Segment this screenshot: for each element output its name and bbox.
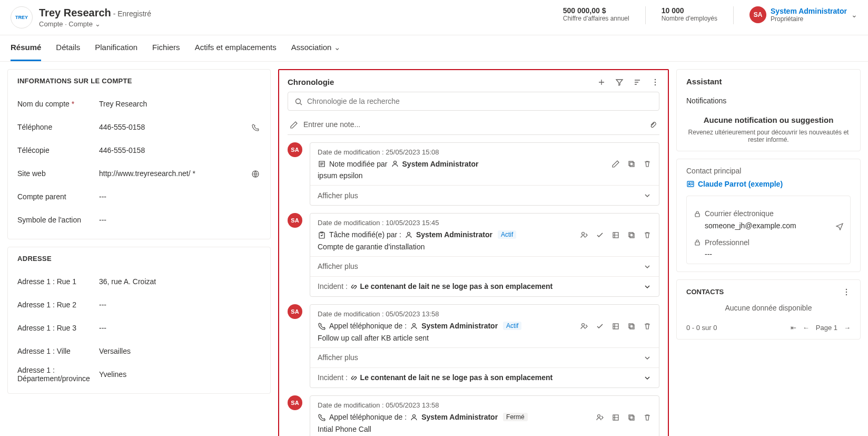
delete-icon[interactable]: [643, 321, 652, 330]
tab-details[interactable]: Détails: [56, 35, 80, 61]
professional-label-row: Professionnel: [693, 238, 844, 247]
field-city[interactable]: Adresse 1 : Ville Versailles: [17, 340, 261, 363]
delete-icon[interactable]: [643, 159, 652, 168]
sort-icon[interactable]: [633, 77, 642, 86]
owner-avatar: SA: [749, 6, 766, 23]
activity-type-icon: [318, 230, 326, 239]
lock-icon: [693, 238, 702, 247]
note-input-row[interactable]: Entrer une note...: [288, 116, 659, 135]
activity-type-icon: [318, 412, 326, 421]
svg-point-20: [598, 414, 600, 417]
field-street2[interactable]: Adresse 1 : Rue 2 ---: [17, 293, 261, 316]
copy-icon[interactable]: [627, 412, 636, 421]
page-label: Page 1: [816, 324, 837, 332]
field-account-name[interactable]: Nom du compte* Trey Research: [17, 92, 261, 115]
email-value-row[interactable]: someone_jh@example.com: [693, 221, 844, 230]
primary-contact-link[interactable]: Claude Parrot (exemple): [686, 179, 851, 188]
check-icon[interactable]: [596, 230, 604, 239]
revenue-label: Chiffre d'affaires annuel: [563, 15, 629, 22]
copy-icon[interactable]: [627, 159, 636, 168]
copy-icon[interactable]: [627, 321, 636, 330]
tab-planning[interactable]: Planification: [95, 35, 137, 61]
svg-rect-24: [687, 181, 694, 187]
contact-details: Courrier électronique someone_jh@example…: [686, 196, 851, 264]
incident-row[interactable]: Incident : Le contenant de lait ne se lo…: [310, 276, 659, 296]
saved-status: - Enregistré: [113, 9, 151, 18]
assign-icon[interactable]: [580, 230, 588, 239]
status-badge: Fermé: [503, 413, 528, 421]
more-icon[interactable]: [651, 77, 659, 86]
assign-icon[interactable]: [580, 321, 588, 330]
send-icon[interactable]: [835, 221, 844, 230]
svg-point-4: [296, 99, 301, 103]
field-website[interactable]: Site web http://www.treyresearch.net/ *: [17, 162, 261, 185]
prev-page-icon[interactable]: ←: [803, 324, 810, 332]
tab-files[interactable]: Fichiers: [152, 35, 180, 61]
svg-rect-6: [630, 162, 634, 167]
field-phone[interactable]: Téléphone 446-555-0158: [17, 115, 261, 139]
tab-assets[interactable]: Actifs et emplacements: [195, 35, 277, 61]
item-description: ipsum epsilon: [318, 171, 652, 180]
chevron-down-icon: [643, 282, 652, 291]
main-content: INFORMATIONS SUR LE COMPTE Nom du compte…: [0, 62, 868, 436]
field-street3[interactable]: Adresse 1 : Rue 3 ---: [17, 316, 261, 340]
delete-icon[interactable]: [643, 230, 652, 239]
open-icon[interactable]: [611, 230, 620, 239]
attachment-icon[interactable]: [649, 120, 657, 129]
timeline-search[interactable]: [288, 92, 659, 110]
timeline-item: SA Date de modification : 25/05/2023 15:…: [288, 142, 659, 206]
revenue-metric: 500 000,00 $ Chiffre d'affaires annuel: [563, 6, 629, 22]
open-icon[interactable]: [611, 321, 620, 330]
assign-icon[interactable]: [596, 412, 604, 421]
svg-rect-17: [630, 325, 634, 329]
first-page-icon[interactable]: ⇤: [791, 324, 796, 332]
show-more-row[interactable]: Afficher plus: [310, 185, 659, 205]
item-description: Follow up call after KB article sent: [318, 334, 652, 342]
status-badge: Actif: [503, 322, 521, 330]
check-icon[interactable]: [596, 321, 604, 330]
filter-icon[interactable]: [615, 77, 624, 86]
globe-icon[interactable]: [251, 169, 261, 178]
svg-point-3: [655, 84, 656, 85]
assistant-title: Assistant: [686, 77, 851, 86]
incident-row[interactable]: Incident : Le contenant de lait ne se lo…: [310, 367, 659, 387]
edit-icon[interactable]: [611, 159, 620, 168]
owner-block[interactable]: SA System Administrator Propriétaire ⌄: [749, 6, 857, 23]
tab-association[interactable]: Association ⌄: [291, 35, 341, 61]
svg-point-15: [582, 323, 585, 326]
contacts-list-card: CONTACTS Aucune donnée disponible 0 - 0 …: [676, 279, 861, 340]
header-right: 500 000,00 $ Chiffre d'affaires annuel 1…: [563, 6, 857, 24]
item-date: Date de modification : 05/05/2023 13:58: [318, 310, 652, 318]
item-actions: [596, 412, 652, 421]
status-badge: Actif: [498, 230, 516, 239]
field-street1[interactable]: Adresse 1 : Rue 1 36, rue A. Croizat: [17, 270, 261, 293]
chevron-down-icon: ⌄: [95, 20, 101, 28]
item-author: System Administrator: [416, 230, 492, 239]
tab-resume[interactable]: Résumé: [11, 35, 41, 61]
field-state[interactable]: Adresse 1 : Département/province Yveline…: [17, 363, 261, 386]
timeline-item-body: Date de modification : 05/05/2023 13:58 …: [310, 395, 659, 436]
more-icon[interactable]: [842, 287, 851, 296]
assistant-card: Assistant Notifications Aucune notificat…: [676, 69, 861, 151]
timeline-search-input[interactable]: [307, 97, 653, 105]
svg-rect-13: [629, 232, 633, 237]
chevron-down-icon: [643, 262, 652, 271]
svg-point-25: [689, 183, 691, 185]
field-ticker[interactable]: Symbole de l'action ---: [17, 208, 261, 231]
company-logo: TREY: [11, 6, 33, 28]
svg-point-14: [413, 323, 416, 326]
record-subtitle[interactable]: Compte · Compte ⌄: [39, 20, 151, 28]
field-fax[interactable]: Télécopie 446-555-0158: [17, 139, 261, 162]
field-parent-account[interactable]: Compte parent ---: [17, 185, 261, 208]
link-icon: [350, 373, 358, 382]
next-page-icon[interactable]: →: [844, 324, 851, 332]
phone-icon[interactable]: [251, 122, 261, 131]
professional-value-row[interactable]: ---: [693, 250, 844, 258]
copy-icon[interactable]: [627, 230, 636, 239]
add-icon[interactable]: [597, 77, 606, 86]
open-icon[interactable]: [611, 412, 620, 421]
delete-icon[interactable]: [643, 412, 652, 421]
left-column: INFORMATIONS SUR LE COMPTE Nom du compte…: [7, 69, 271, 436]
show-more-row[interactable]: Afficher plus: [310, 256, 659, 276]
show-more-row[interactable]: Afficher plus: [310, 347, 659, 367]
